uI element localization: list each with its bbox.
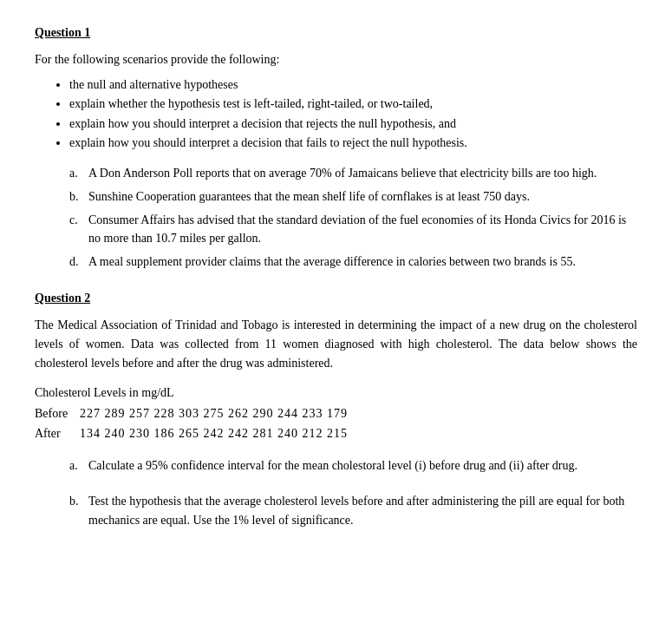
cholesterol-data-block: Cholesterol Levels in mg/dL Before 227 2… — [35, 383, 637, 444]
question-2-paragraph: The Medical Association of Trinidad and … — [35, 316, 637, 374]
after-row: After 134 240 230 186 265 242 242 281 24… — [35, 423, 637, 444]
sub-item-a: a. A Don Anderson Poll reports that on a… — [69, 164, 637, 182]
q2-sub-item-b: b. Test the hypothesis that the average … — [69, 492, 637, 531]
question-1-title: Question 1 — [35, 26, 637, 40]
question-2-title: Question 2 — [35, 292, 637, 305]
bullet-item-2: explain whether the hypothesis test is l… — [69, 95, 637, 114]
question-1-intro: For the following scenarios provide the … — [35, 50, 637, 69]
question-2-block: Question 2 The Medical Association of Tr… — [35, 292, 637, 531]
question-1-bullet-list: the null and alternative hypotheses expl… — [69, 75, 637, 154]
sub-label-d: d. — [69, 252, 83, 271]
data-title: Cholesterol Levels in mg/dL — [35, 383, 637, 403]
q2-sub-item-a: a. Calculate a 95% confidence interval f… — [69, 456, 637, 475]
after-label: After — [35, 423, 80, 444]
sub-item-d: d. A meal supplement provider claims tha… — [69, 252, 637, 271]
sub-content-c: Consumer Affairs has advised that the st… — [88, 211, 637, 247]
sub-label-a: a. — [69, 164, 83, 182]
question-2-sub-list: a. Calculate a 95% confidence interval f… — [69, 456, 637, 530]
q2-sub-content-a: Calculate a 95% confidence interval for … — [88, 456, 637, 475]
after-values: 134 240 230 186 265 242 242 281 240 212 … — [80, 423, 348, 444]
before-row: Before 227 289 257 228 303 275 262 290 2… — [35, 403, 637, 424]
bullet-item-3: explain how you should interpret a decis… — [69, 115, 637, 134]
question-1-sub-list: a. A Don Anderson Poll reports that on a… — [69, 164, 637, 271]
before-values: 227 289 257 228 303 275 262 290 244 233 … — [80, 403, 348, 424]
bullet-item-1: the null and alternative hypotheses — [69, 75, 637, 95]
sub-content-b: Sunshine Cooperation guarantees that the… — [88, 187, 637, 206]
sub-label-c: c. — [69, 211, 83, 247]
sub-content-a: A Don Anderson Poll reports that on aver… — [88, 164, 637, 182]
q2-sub-label-b: b. — [69, 492, 83, 531]
question-1-block: Question 1 For the following scenarios p… — [35, 26, 637, 271]
q2-sub-label-a: a. — [69, 456, 83, 475]
before-label: Before — [35, 403, 80, 424]
sub-label-b: b. — [69, 187, 83, 206]
sub-item-c: c. Consumer Affairs has advised that the… — [69, 211, 637, 247]
q2-sub-content-b: Test the hypothesis that the average cho… — [88, 492, 637, 531]
sub-content-d: A meal supplement provider claims that t… — [88, 252, 637, 271]
bullet-item-4: explain how you should interpret a decis… — [69, 134, 637, 153]
sub-item-b: b. Sunshine Cooperation guarantees that … — [69, 187, 637, 206]
